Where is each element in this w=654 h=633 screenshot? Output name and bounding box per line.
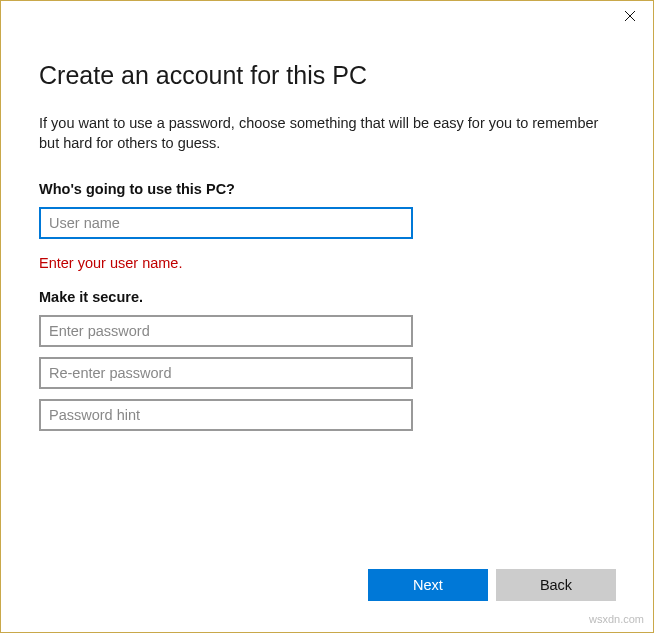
create-account-window: Create an account for this PC If you wan… <box>0 0 654 633</box>
reenter-password-input[interactable] <box>39 357 413 389</box>
username-input[interactable] <box>39 207 413 239</box>
close-button[interactable] <box>607 1 653 31</box>
username-error: Enter your user name. <box>39 255 615 271</box>
user-section-label: Who's going to use this PC? <box>39 181 615 197</box>
back-button[interactable]: Back <box>496 569 616 601</box>
titlebar <box>1 1 653 31</box>
secure-section-label: Make it secure. <box>39 289 615 305</box>
page-title: Create an account for this PC <box>39 61 615 90</box>
content-area: Create an account for this PC If you wan… <box>1 31 653 632</box>
password-input[interactable] <box>39 315 413 347</box>
password-hint-input[interactable] <box>39 399 413 431</box>
page-description: If you want to use a password, choose so… <box>39 114 615 153</box>
next-button[interactable]: Next <box>368 569 488 601</box>
close-icon <box>625 11 635 21</box>
button-row: Next Back <box>368 569 616 601</box>
